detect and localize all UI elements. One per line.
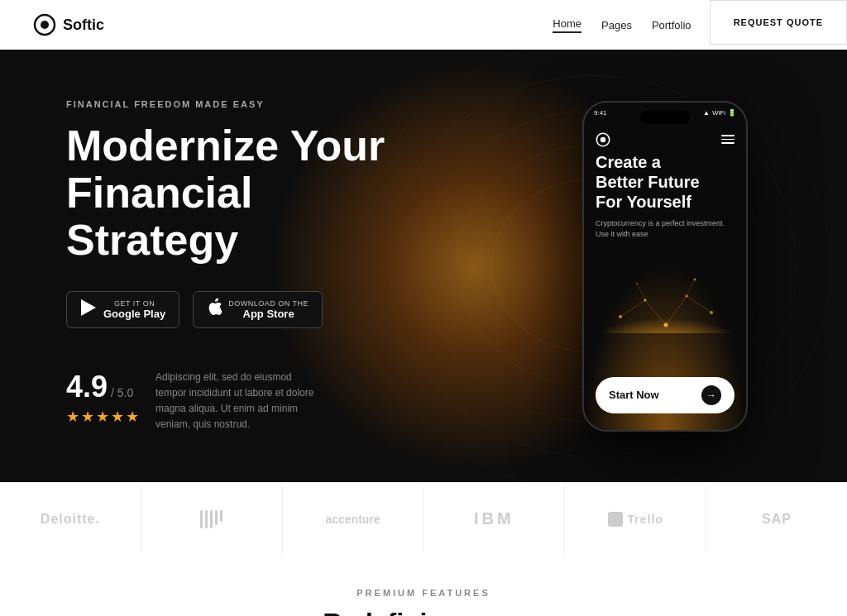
phone-arrow-icon: → (701, 385, 721, 405)
svg-line-22 (687, 279, 695, 296)
battery-icon: 🔋 (728, 109, 736, 117)
premium-features-section: PREMIUM FEATURES Redefining your (0, 555, 847, 616)
trello-name: Trello (628, 513, 663, 526)
svg-line-21 (637, 284, 645, 300)
phone-logo-icon (596, 132, 610, 147)
bofa-line-2 (205, 510, 208, 528)
google-play-button[interactable]: GET IT ON Google Play (66, 291, 179, 328)
star-1: ★ (66, 408, 79, 426)
phone-header (596, 132, 735, 147)
google-play-label: GET IT ON (103, 299, 165, 308)
menu-line-1 (721, 135, 735, 136)
logo-icon (33, 13, 56, 36)
request-quote-button[interactable]: REQUEST QUOTE (710, 0, 847, 45)
google-play-icon (80, 298, 97, 321)
nav-portfolio[interactable]: Portfolio (652, 19, 691, 31)
rating-number: 4.9 (66, 370, 108, 404)
bofa-line-4 (215, 510, 218, 525)
logo-text: Softic (63, 17, 104, 34)
apple-icon-svg (207, 298, 222, 317)
app-store-label: Download on the (228, 299, 309, 308)
logo[interactable]: Softic (33, 13, 104, 36)
store-buttons: GET IT ON Google Play Download on the Ap… (66, 291, 430, 328)
bofa-line-3 (210, 510, 213, 528)
star-3: ★ (96, 408, 109, 426)
rating-block: 4.9 / 5.0 ★ ★ ★ ★ ★ (66, 370, 139, 426)
trello-logo: Trello (608, 512, 663, 527)
google-play-name: Google Play (103, 308, 165, 320)
phone-title-line3: For Yourself (596, 193, 691, 211)
bofa-logo (200, 510, 223, 528)
partner-accenture: accenture (283, 486, 424, 552)
signal-icon: ▲ (703, 109, 710, 117)
bofa-line-5 (220, 510, 223, 522)
partner-deloitte: Deloitte. (0, 485, 141, 553)
rating-stars: ★ ★ ★ ★ ★ (66, 408, 139, 426)
partner-trello: Trello (565, 485, 706, 553)
particle-svg (596, 251, 735, 333)
app-store-button[interactable]: Download on the App Store (193, 291, 323, 328)
hero-section: FINANCIAL FREEDOM MADE EASY Modernize Yo… (0, 50, 847, 482)
hero-title-line2: Financial Strategy (66, 169, 252, 264)
partner-ibm: IBM (424, 483, 565, 555)
phone-status-bar: 9:41 ▲ WiFi 🔋 (594, 109, 736, 117)
phone-screen-content: Create a Better Future For Yourself Cryp… (596, 152, 735, 380)
phone-screen-description: Cryptocurrency is a perfect investment. … (596, 218, 735, 241)
rating-score: 4.9 / 5.0 (66, 370, 139, 404)
menu-line-2 (721, 139, 735, 141)
nav-home[interactable]: Home (553, 17, 581, 33)
phone-signal-icons: ▲ WiFi 🔋 (703, 109, 736, 117)
hero-content: FINANCIAL FREEDOM MADE EASY Modernize Yo… (66, 99, 430, 432)
premium-label: PREMIUM FEATURES (17, 588, 830, 598)
phone-device: 9:41 ▲ WiFi 🔋 (582, 101, 748, 432)
star-2: ★ (81, 408, 94, 426)
bofa-line-1 (200, 510, 203, 528)
phone-mockup: 9:41 ▲ WiFi 🔋 (582, 101, 748, 432)
hero-tagline: FINANCIAL FREEDOM MADE EASY (66, 99, 430, 109)
wifi-icon: WiFi (712, 109, 725, 117)
menu-line-3 (721, 142, 735, 144)
svg-line-20 (687, 296, 711, 313)
phone-screen-title: Create a Better Future For Yourself (596, 152, 735, 212)
phone-cta-text: Start Now (609, 389, 659, 401)
star-4: ★ (111, 408, 124, 426)
premium-title: Redefining your (17, 608, 830, 616)
star-5: ★ (126, 408, 139, 426)
hamburger-icon[interactable] (721, 135, 735, 144)
phone-title-line2: Better Future (596, 173, 700, 191)
trello-icon (608, 512, 623, 527)
partner-sap: SAP (706, 485, 847, 553)
hero-title: Modernize Your Financial Strategy (66, 122, 430, 265)
apple-icon (207, 298, 222, 321)
particle-network (596, 251, 735, 333)
deloitte-logo: Deloitte. (41, 512, 100, 527)
rating-total: / 5.0 (111, 386, 133, 399)
app-store-text: Download on the App Store (228, 299, 309, 320)
premium-title-text: Redefining your (323, 608, 524, 616)
hero-title-line1: Modernize Your (66, 122, 385, 170)
svg-point-1 (41, 21, 49, 29)
phone-title-line1: Create a (596, 153, 661, 171)
svg-point-8 (601, 136, 605, 141)
phone-time: 9:41 (594, 109, 607, 117)
google-play-text: GET IT ON Google Play (103, 299, 165, 320)
play-icon-svg (80, 298, 97, 317)
rating-description: Adipiscing elit, sed do eiusmod tempor i… (156, 370, 321, 433)
nav-pages[interactable]: Pages (601, 19, 632, 31)
partners-section: Deloitte. accenture IBM Trello SAP (0, 482, 847, 555)
sap-logo: SAP (762, 512, 792, 527)
ibm-logo: IBM (474, 509, 514, 528)
phone-start-button[interactable]: Start Now → (596, 377, 735, 413)
hero-rating: 4.9 / 5.0 ★ ★ ★ ★ ★ Adipiscing elit, sed… (66, 370, 430, 433)
header: Softic Home Pages Portfolio Blog Shop 🔍 … (0, 0, 847, 50)
accenture-logo: accenture (325, 513, 380, 526)
app-store-name: App Store (228, 308, 309, 320)
partner-bofa (141, 484, 283, 555)
